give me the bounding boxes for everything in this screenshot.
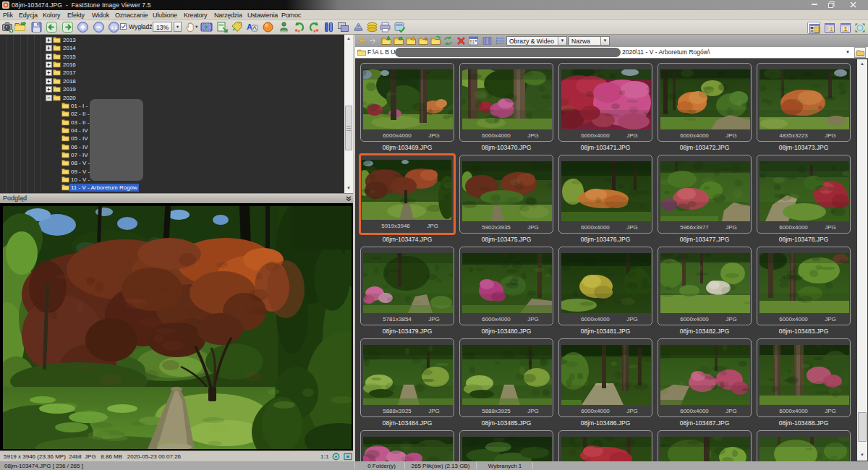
svg-text:1:1: 1:1 <box>111 25 116 30</box>
